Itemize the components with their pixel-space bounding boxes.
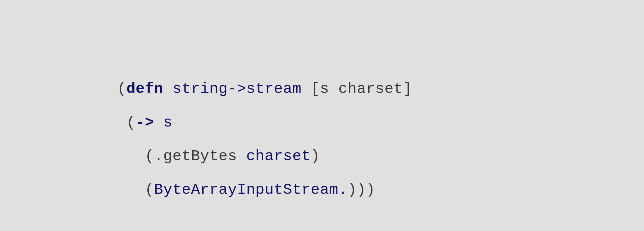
code-token: s <box>163 114 173 131</box>
code-token <box>163 80 173 97</box>
code-token: -> <box>135 114 154 131</box>
code-token: ) <box>311 148 320 165</box>
code-token: ))) <box>348 181 375 198</box>
code-token: ByteArrayInputStream. <box>154 181 348 198</box>
code-line: (.getBytes charset) <box>117 148 320 165</box>
code-line: (defn string->stream [s charset] <box>117 80 412 97</box>
code-token: string->stream <box>172 80 301 97</box>
code-line: (ByteArrayInputStream.))) <box>117 181 375 198</box>
code-token: .getBytes <box>154 148 246 165</box>
code-snippet: (defn string->stream [s charset] (-> s (… <box>117 72 412 207</box>
code-token: s charset <box>320 80 403 97</box>
code-token: ( <box>117 80 126 97</box>
code-line: (-> s <box>117 114 172 131</box>
code-token: charset <box>246 148 311 165</box>
code-token: ( <box>145 181 154 198</box>
code-token: ( <box>126 114 136 131</box>
code-token: ( <box>145 148 154 165</box>
code-token: ] <box>403 80 412 97</box>
code-token <box>154 114 163 131</box>
code-token <box>301 80 311 97</box>
code-token: defn <box>126 80 163 97</box>
code-token: [ <box>311 80 320 97</box>
